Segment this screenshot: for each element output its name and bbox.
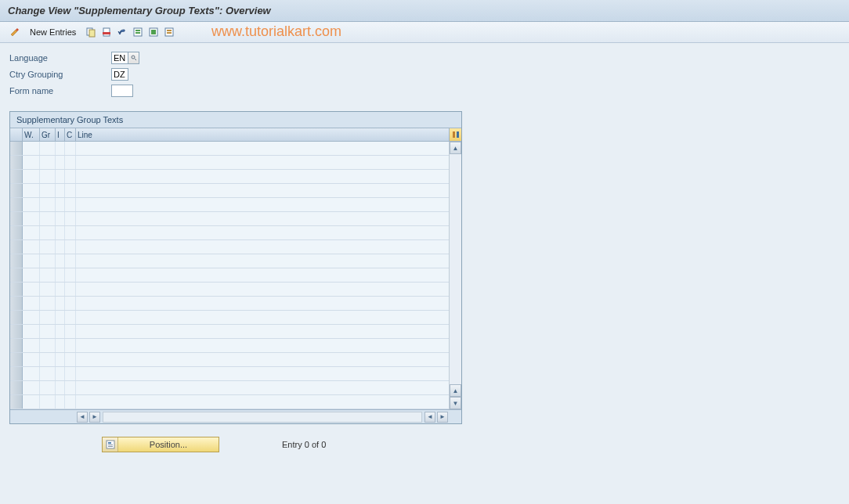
cell[interactable] (40, 156, 56, 169)
cell[interactable] (56, 311, 65, 324)
cell[interactable] (76, 170, 449, 183)
cell[interactable] (56, 297, 65, 310)
cell[interactable] (76, 212, 449, 225)
cell[interactable] (40, 353, 56, 366)
cell[interactable] (56, 142, 65, 155)
cell[interactable] (23, 367, 40, 380)
cell[interactable] (56, 353, 65, 366)
deselect-all-icon[interactable] (162, 25, 176, 39)
scroll-down-icon[interactable]: ▲ (450, 384, 461, 397)
ctry-grouping-input[interactable] (111, 68, 128, 81)
cell[interactable] (23, 353, 40, 366)
cell[interactable] (56, 268, 65, 282)
cell[interactable] (76, 339, 449, 352)
cell[interactable] (65, 156, 76, 169)
cell[interactable] (23, 240, 40, 254)
row-selector[interactable] (10, 268, 23, 282)
cell[interactable] (65, 184, 76, 197)
col-c[interactable]: C (65, 128, 76, 141)
col-i[interactable]: I (56, 128, 65, 141)
cell[interactable] (76, 184, 449, 197)
language-input[interactable] (111, 52, 128, 64)
cell[interactable] (65, 212, 76, 225)
cell[interactable] (56, 198, 65, 211)
scroll-left2-icon[interactable]: ◄ (424, 412, 435, 423)
cell[interactable] (23, 381, 40, 394)
cell[interactable] (23, 184, 40, 197)
row-selector[interactable] (10, 240, 23, 254)
row-selector[interactable] (10, 353, 23, 366)
cell[interactable] (56, 184, 65, 197)
cell[interactable] (65, 311, 76, 324)
cell[interactable] (40, 198, 56, 211)
cell[interactable] (40, 339, 56, 352)
cell[interactable] (65, 198, 76, 211)
cell[interactable] (76, 268, 449, 282)
cell[interactable] (76, 325, 449, 338)
cell[interactable] (56, 367, 65, 380)
cell[interactable] (76, 240, 449, 254)
cell[interactable] (65, 142, 76, 155)
cell[interactable] (23, 170, 40, 183)
copy-icon[interactable] (84, 25, 98, 39)
cell[interactable] (56, 339, 65, 352)
row-selector[interactable] (10, 311, 23, 324)
cell[interactable] (76, 198, 449, 211)
cell[interactable] (76, 226, 449, 239)
row-selector[interactable] (10, 212, 23, 225)
cell[interactable] (76, 367, 449, 380)
cell[interactable] (23, 212, 40, 225)
cell[interactable] (65, 240, 76, 254)
table-config-icon[interactable] (449, 128, 461, 141)
cell[interactable] (76, 395, 449, 409)
cell[interactable] (40, 184, 56, 197)
cell[interactable] (76, 353, 449, 366)
cell[interactable] (65, 395, 76, 409)
cell[interactable] (40, 325, 56, 338)
cell[interactable] (40, 170, 56, 183)
cell[interactable] (23, 198, 40, 211)
cell[interactable] (40, 311, 56, 324)
cell[interactable] (23, 268, 40, 282)
cell[interactable] (56, 325, 65, 338)
cell[interactable] (65, 367, 76, 380)
row-selector[interactable] (10, 198, 23, 211)
cell[interactable] (23, 283, 40, 296)
cell[interactable] (23, 311, 40, 324)
row-selector[interactable] (10, 170, 23, 183)
cell[interactable] (65, 283, 76, 296)
select-block-icon[interactable] (146, 25, 161, 39)
row-selector[interactable] (10, 226, 23, 239)
cell[interactable] (65, 226, 76, 239)
cell[interactable] (65, 254, 76, 268)
row-selector[interactable] (10, 142, 23, 155)
cell[interactable] (76, 156, 449, 169)
cell[interactable] (65, 353, 76, 366)
new-entries-button[interactable]: New Entries (23, 26, 82, 38)
cell[interactable] (76, 142, 449, 155)
cell[interactable] (56, 156, 65, 169)
cell[interactable] (76, 254, 449, 268)
undo-icon[interactable] (115, 25, 129, 39)
col-gr[interactable]: Gr (40, 128, 56, 141)
cell[interactable] (40, 268, 56, 282)
col-w[interactable]: W. (23, 128, 40, 141)
cell[interactable] (76, 297, 449, 310)
cell[interactable] (65, 381, 76, 394)
cell[interactable] (23, 339, 40, 352)
row-selector[interactable] (10, 254, 23, 268)
cell[interactable] (56, 254, 65, 268)
cell[interactable] (40, 297, 56, 310)
row-selector[interactable] (10, 184, 23, 197)
row-selector[interactable] (10, 297, 23, 310)
cell[interactable] (40, 142, 56, 155)
col-line[interactable]: Line (76, 128, 461, 141)
scroll-down2-icon[interactable]: ▼ (450, 397, 461, 409)
cell[interactable] (40, 254, 56, 268)
cell[interactable] (40, 212, 56, 225)
cell[interactable] (23, 226, 40, 239)
cell[interactable] (76, 283, 449, 296)
cell[interactable] (56, 283, 65, 296)
scroll-left-icon[interactable]: ◄ (77, 412, 88, 423)
cell[interactable] (56, 226, 65, 239)
